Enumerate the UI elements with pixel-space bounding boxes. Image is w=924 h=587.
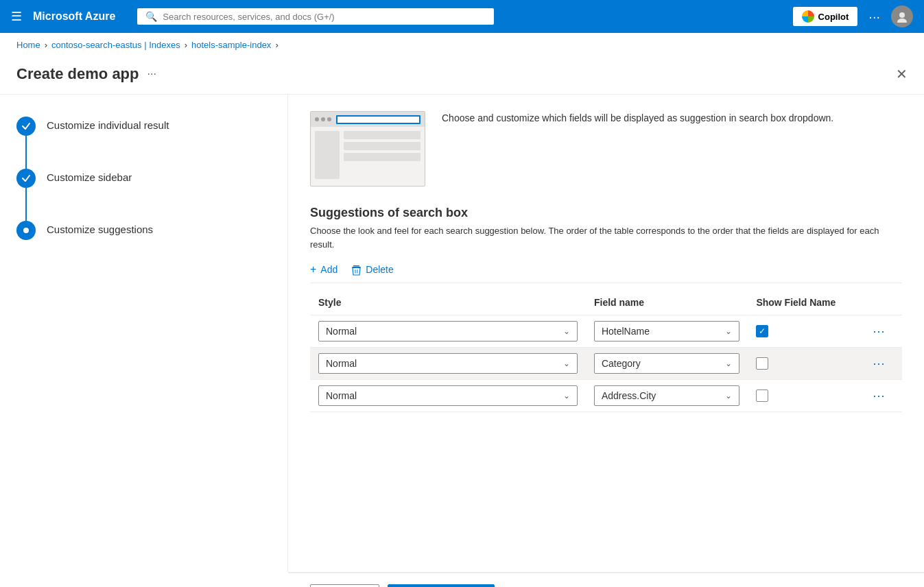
nav-more-icon[interactable]: ···: [868, 9, 880, 25]
step-1-circle: [16, 117, 36, 136]
field-arrow-1: ⌄: [725, 359, 732, 368]
breadcrumb-sep-1: ›: [45, 40, 47, 50]
close-button[interactable]: ✕: [896, 66, 908, 82]
row-more-button-1[interactable]: ⋯: [870, 356, 888, 371]
mockup-results: [344, 131, 420, 179]
show-cell-0: ✓: [748, 315, 862, 348]
svg-point-0: [899, 12, 905, 18]
field-dropdown-0[interactable]: HotelName ⌄: [594, 321, 739, 342]
svg-point-2: [23, 228, 29, 233]
style-arrow-1: ⌄: [563, 359, 570, 368]
delete-label: Delete: [366, 264, 393, 275]
step-3-icon-col: [16, 221, 36, 240]
preview-row: Choose and customize which fields will b…: [310, 111, 902, 187]
more-cell-0: ⋯: [862, 315, 902, 348]
field-dropdown-2[interactable]: Address.City ⌄: [594, 385, 739, 406]
field-cell-2: Address.City ⌄: [586, 380, 748, 412]
style-arrow-0: ⌄: [563, 326, 570, 336]
row-more-button-2[interactable]: ⋯: [870, 388, 888, 403]
toolbar: + Add Delete: [310, 263, 902, 283]
checkbox-wrapper-1: [756, 357, 853, 370]
style-dropdown-2[interactable]: Normal ⌄: [318, 385, 578, 406]
field-value-0: HotelName: [602, 326, 650, 337]
suggestions-table: Style Field name Show Field Name Normal …: [310, 291, 902, 412]
style-arrow-2: ⌄: [563, 391, 570, 400]
mockup-body: [311, 127, 425, 183]
style-value-0: Normal: [326, 326, 357, 337]
row-more-button-0[interactable]: ⋯: [870, 324, 888, 339]
step-3: Customize suggestions: [16, 221, 271, 240]
breadcrumb: Home › contoso-search-eastus | Indexes ›…: [0, 33, 924, 57]
previous-button[interactable]: Previous: [310, 584, 379, 587]
col-more-header: [862, 291, 902, 315]
right-content: Choose and customize which fields will b…: [288, 95, 924, 572]
brand-name: Microsoft Azure: [33, 10, 115, 23]
step-1: Customize individual result: [16, 117, 271, 169]
svg-rect-4: [353, 265, 359, 267]
preview-description: Choose and customize which fields will b…: [442, 111, 833, 125]
show-checkbox-0[interactable]: ✓: [756, 325, 768, 337]
top-nav: ☰ Microsoft Azure 🔍 Copilot ···: [0, 0, 924, 33]
show-cell-2: [748, 380, 862, 412]
page-title: Create demo app: [16, 65, 139, 83]
section-desc: Choose the look and feel for each search…: [310, 224, 902, 251]
add-button[interactable]: + Add: [310, 263, 337, 276]
mockup-result-row-3: [344, 153, 420, 161]
style-dropdown-1[interactable]: Normal ⌄: [318, 353, 578, 374]
breadcrumb-home[interactable]: Home: [16, 40, 40, 50]
step-3-label: Customize suggestions: [47, 221, 153, 235]
field-dropdown-1[interactable]: Category ⌄: [594, 353, 739, 374]
field-arrow-2: ⌄: [725, 391, 732, 400]
field-arrow-0: ⌄: [725, 326, 732, 336]
preview-mockup: [310, 111, 425, 187]
main-content: Customize individual result Customize si…: [0, 95, 924, 572]
page-title-more-icon[interactable]: ···: [147, 68, 156, 80]
col-show-header: Show Field Name: [748, 291, 862, 315]
copilot-icon: [802, 10, 814, 23]
svg-point-1: [897, 19, 907, 23]
style-cell-2: Normal ⌄: [310, 380, 586, 412]
page-title-row: Create demo app ···: [16, 65, 156, 83]
breadcrumb-sep-3: ›: [275, 40, 278, 50]
show-cell-1: [748, 348, 862, 380]
delete-icon: [351, 263, 362, 276]
table-row: Normal ⌄ Category ⌄ ⋯: [310, 348, 902, 380]
style-dropdown-0[interactable]: Normal ⌄: [318, 321, 578, 342]
table-row: Normal ⌄ Address.City ⌄ ⋯: [310, 380, 902, 412]
field-cell-1: Category ⌄: [586, 348, 748, 380]
steps-sidebar: Customize individual result Customize si…: [0, 95, 288, 572]
show-checkbox-2[interactable]: [756, 390, 768, 402]
search-input[interactable]: [163, 12, 486, 22]
step-3-circle: [16, 221, 36, 240]
add-label: Add: [320, 264, 337, 275]
mockup-dot-3: [327, 117, 331, 121]
search-icon: 🔍: [145, 11, 157, 22]
checkbox-wrapper-0: ✓: [756, 325, 853, 337]
col-field-header: Field name: [586, 291, 748, 315]
col-style-header: Style: [310, 291, 586, 315]
mockup-dot-1: [315, 117, 319, 121]
breadcrumb-indexes[interactable]: contoso-search-eastus | Indexes: [51, 40, 180, 50]
style-value-1: Normal: [326, 358, 357, 369]
mockup-result-row-2: [344, 142, 420, 150]
copilot-button[interactable]: Copilot: [793, 7, 858, 26]
nav-right: Copilot ···: [793, 5, 913, 27]
breadcrumb-index[interactable]: hotels-sample-index: [191, 40, 271, 50]
table-header-row: Style Field name Show Field Name: [310, 291, 902, 315]
step-2-icon-col: [16, 169, 36, 221]
field-value-1: Category: [602, 358, 641, 369]
mockup-dot-2: [321, 117, 325, 121]
show-checkbox-1[interactable]: [756, 357, 768, 370]
avatar[interactable]: [891, 5, 913, 27]
mockup-result-row-1: [344, 131, 420, 139]
delete-button[interactable]: Delete: [351, 263, 393, 276]
section-title: Suggestions of search box: [310, 206, 902, 220]
create-demo-button[interactable]: Create demo app: [388, 584, 495, 587]
step-2-circle: [16, 169, 36, 188]
mockup-searchbox: [336, 115, 420, 124]
more-cell-1: ⋯: [862, 348, 902, 380]
more-cell-2: ⋯: [862, 380, 902, 412]
step-connector-2: [25, 188, 27, 221]
hamburger-icon[interactable]: ☰: [11, 9, 22, 24]
mockup-topbar: [311, 112, 425, 127]
